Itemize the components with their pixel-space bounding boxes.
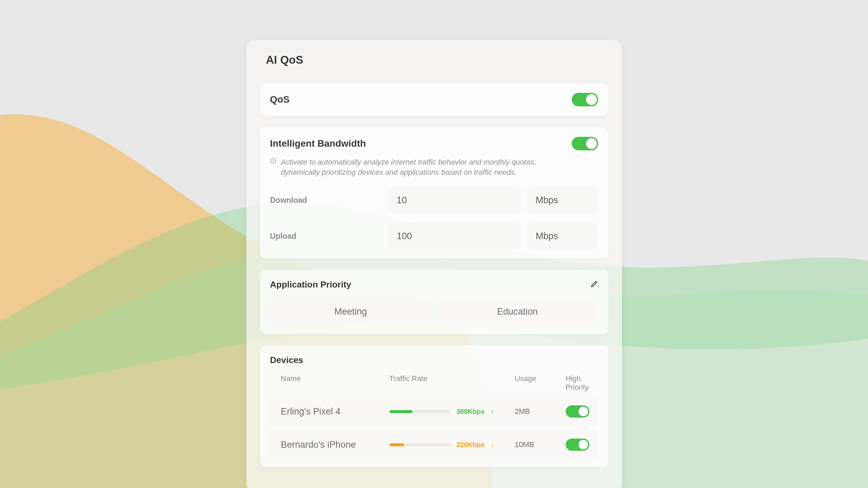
device-priority-toggle[interactable] (566, 439, 589, 451)
device-rate-text: 220Kbps (457, 441, 485, 449)
intelligent-bandwidth-toggle[interactable] (572, 137, 598, 150)
device-rate: 220Kbps ↓ (389, 441, 515, 449)
devices-table-header: Name Traffic Rate Usage High Priority (270, 374, 598, 392)
col-priority: High Priority (566, 374, 589, 392)
ai-qos-panel: AI QoS QoS Intelligent Bandwidth Activat… (246, 40, 622, 488)
svg-rect-1 (273, 161, 274, 162)
download-input[interactable] (387, 187, 521, 213)
svg-rect-2 (273, 160, 274, 160)
download-label: Download (270, 196, 382, 205)
edit-icon[interactable] (590, 280, 598, 290)
col-name: Name (281, 374, 389, 392)
upload-label: Upload (270, 232, 382, 241)
intelligent-bandwidth-card: Intelligent Bandwidth Activate to automa… (260, 127, 608, 258)
device-name: Bernardo's iPhone (281, 440, 389, 450)
device-usage: 10MB (515, 440, 566, 449)
qos-card: QoS (260, 83, 608, 116)
application-priority-label: Application Priority (270, 279, 351, 290)
intelligent-bandwidth-label: Intelligent Bandwidth (270, 138, 366, 149)
info-icon (270, 158, 276, 177)
device-rate-text: 380Kbps (457, 408, 485, 416)
table-row: Bernardo's iPhone 220Kbps ↓ 10MB (270, 430, 598, 459)
app-priority-meeting[interactable]: Meeting (270, 299, 431, 324)
arrow-up-icon: ↑ (491, 408, 494, 416)
qos-label: QoS (270, 94, 290, 105)
application-priority-card: Application Priority Meeting Education (260, 270, 608, 334)
upload-unit-select[interactable]: Mbps (526, 223, 598, 249)
device-name: Erling's Pixel 4 (281, 406, 389, 417)
arrow-down-icon: ↓ (491, 441, 494, 449)
table-row: Erling's Pixel 4 380Kbps ↑ 2MB (270, 397, 598, 426)
app-priority-education[interactable]: Education (437, 299, 598, 324)
intelligent-bandwidth-info: Activate to automatically analyze intern… (281, 157, 561, 177)
upload-input[interactable] (387, 223, 521, 249)
devices-label: Devices (270, 355, 598, 365)
device-usage: 2MB (515, 407, 566, 416)
page-title: AI QoS (260, 54, 608, 66)
col-usage: Usage (515, 374, 566, 392)
device-priority-toggle[interactable] (566, 405, 589, 418)
devices-card: Devices Name Traffic Rate Usage High Pri… (260, 345, 608, 467)
device-rate: 380Kbps ↑ (389, 408, 515, 416)
col-rate: Traffic Rate (389, 374, 515, 392)
download-unit-select[interactable]: Mbps (526, 187, 598, 213)
qos-toggle[interactable] (572, 93, 598, 106)
